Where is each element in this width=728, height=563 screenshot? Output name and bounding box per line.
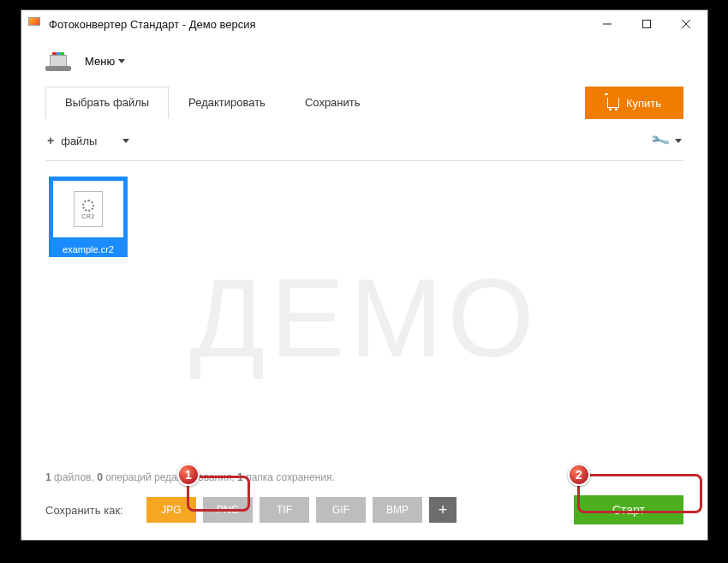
- start-button[interactable]: Старт: [574, 495, 683, 524]
- tab-select-files[interactable]: Выбрать файлы: [45, 87, 169, 119]
- thumbnail-filename: example.cr2: [49, 242, 128, 257]
- files-label: файлы: [61, 135, 97, 147]
- format-jpg-button[interactable]: JPG: [146, 497, 196, 523]
- close-button[interactable]: [666, 11, 706, 37]
- status-folder-word: папка сохранения.: [246, 471, 335, 483]
- window-title: Фотоконвертер Стандарт - Демо версия: [49, 18, 588, 31]
- wrench-icon: 🔧: [649, 129, 671, 151]
- buy-button[interactable]: Купить: [585, 87, 683, 119]
- bottom-row: Сохранить как: JPG PNG TIF GIF BMP + Ста…: [45, 495, 683, 524]
- status-folder-count: 1: [237, 471, 243, 483]
- format-png-button[interactable]: PNG: [203, 497, 253, 523]
- menu-label: Меню: [85, 55, 115, 68]
- settings-button[interactable]: 🔧: [650, 129, 683, 152]
- caret-down-icon: [122, 139, 129, 143]
- cart-icon: [607, 98, 619, 108]
- titlebar: Фотоконвертер Стандарт - Демо версия: [21, 10, 707, 38]
- format-bmp-button[interactable]: BMP: [373, 497, 422, 523]
- printer-icon: [45, 52, 71, 71]
- file-ext-label: CR2: [81, 213, 95, 219]
- annotation-badge-1: 1: [177, 464, 200, 486]
- file-thumbnail[interactable]: CR2 example.cr2: [49, 177, 128, 257]
- save-as-label: Сохранить как:: [45, 504, 140, 517]
- app-window: Фотоконвертер Стандарт - Демо версия Мен…: [21, 9, 708, 541]
- annotation-badge-2: 2: [568, 464, 590, 486]
- format-tif-button[interactable]: TIF: [260, 497, 309, 523]
- demo-watermark: ДЕМО: [189, 254, 539, 382]
- files-toolbar: + файлы 🔧: [45, 123, 683, 161]
- format-add-button[interactable]: +: [429, 497, 456, 523]
- minimize-button[interactable]: [588, 11, 627, 37]
- maximize-button[interactable]: [627, 11, 666, 37]
- plus-icon: +: [47, 134, 54, 147]
- menu-row: Меню: [45, 51, 683, 71]
- status-files-word: файлов,: [54, 471, 94, 483]
- file-canvas: ДЕМО CR2 example.cr2: [45, 161, 683, 463]
- gear-icon: [82, 200, 94, 212]
- tab-save[interactable]: Сохранить: [285, 87, 380, 119]
- caret-down-icon: [675, 139, 682, 143]
- tab-edit[interactable]: Редактировать: [169, 87, 285, 119]
- thumbnail-image: CR2: [49, 177, 128, 242]
- buy-label: Купить: [626, 97, 661, 110]
- status-ops-count: 0: [97, 471, 103, 483]
- status-ops-word: операций редактирования,: [105, 471, 235, 483]
- caret-down-icon: [118, 59, 125, 63]
- status-file-count: 1: [45, 471, 51, 483]
- app-icon: [28, 17, 42, 31]
- tabs-row: Выбрать файлы Редактировать Сохранить Ку…: [45, 87, 683, 119]
- menu-button[interactable]: Меню: [80, 51, 130, 71]
- content-area: Меню Выбрать файлы Редактировать Сохрани…: [21, 38, 707, 540]
- add-files-button[interactable]: + файлы: [45, 130, 131, 151]
- svg-rect-1: [643, 21, 651, 28]
- format-gif-button[interactable]: GIF: [316, 497, 366, 523]
